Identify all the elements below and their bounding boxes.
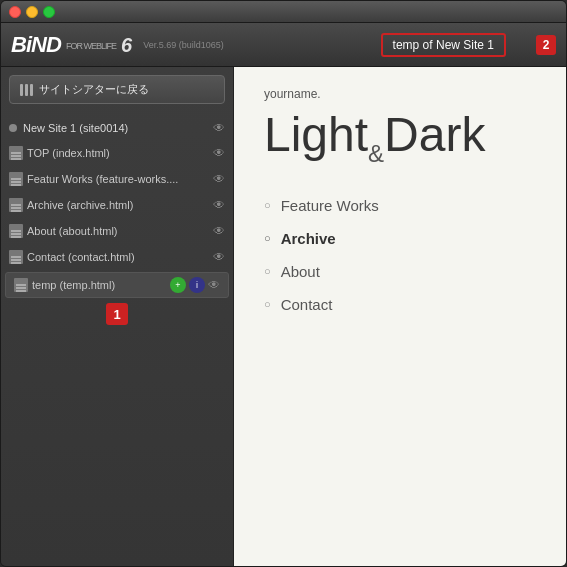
page-icon [9, 172, 23, 186]
titlebar [1, 1, 566, 23]
subdomain-text: yourname. [264, 87, 321, 101]
page-icon [9, 146, 23, 160]
title-part2: Dark [384, 108, 485, 161]
temp-page-label: temp (temp.html) [32, 279, 115, 291]
bars-icon [20, 84, 33, 96]
page-icon [9, 250, 23, 264]
maximize-button[interactable] [43, 6, 55, 18]
eye-icon[interactable]: 👁 [213, 224, 225, 238]
site-root-item[interactable]: New Site 1 (site0014) 👁 [1, 116, 233, 140]
preview-title: Light&Dark [264, 109, 536, 167]
step-badge-1: 1 [106, 303, 128, 325]
app-header: BiND FOR WEBLIFE 6 Ver.5.69 (build1065) … [1, 23, 566, 67]
app-logo: BiND FOR WEBLIFE 6 [11, 32, 131, 58]
logo-version: 6 [121, 34, 131, 56]
nav-item-contact[interactable]: Contact [264, 296, 536, 313]
page-label: Contact (contact.html) [27, 251, 135, 263]
eye-icon[interactable]: 👁 [213, 250, 225, 264]
eye-icon[interactable]: 👁 [213, 172, 225, 186]
preview-subdomain: yourname. [264, 87, 536, 101]
preview-nav: Feature Works Archive About Contact [264, 197, 536, 313]
list-item[interactable]: Contact (contact.html) 👁 [1, 244, 233, 270]
page-icon [9, 198, 23, 212]
site-dot-indicator [9, 124, 17, 132]
app-window: BiND FOR WEBLIFE 6 Ver.5.69 (build1065) … [0, 0, 567, 567]
eye-icon[interactable]: 👁 [213, 198, 225, 212]
close-button[interactable] [9, 6, 21, 18]
eye-icon-temp[interactable]: 👁 [208, 278, 220, 292]
page-label: Archive (archive.html) [27, 199, 133, 211]
page-label: TOP (index.html) [27, 147, 110, 159]
green-action-icon[interactable]: + [170, 277, 186, 293]
page-icon [9, 224, 23, 238]
preview-content: yourname. Light&Dark Feature Works Archi… [234, 67, 566, 566]
logo-bind-text: BiND [11, 32, 61, 57]
page-icon-temp [14, 278, 28, 292]
traffic-lights [9, 6, 55, 18]
logo-for: FOR WEBLIFE [66, 41, 116, 51]
nav-item-about[interactable]: About [264, 263, 536, 280]
page-label: About (about.html) [27, 225, 118, 237]
eye-icon[interactable]: 👁 [213, 146, 225, 160]
tab-label[interactable]: temp of New Site 1 [381, 33, 506, 57]
minimize-button[interactable] [26, 6, 38, 18]
site-root-label: New Site 1 (site0014) [23, 122, 128, 134]
eye-icon-root[interactable]: 👁 [213, 121, 225, 135]
nav-item-feature-works[interactable]: Feature Works [264, 197, 536, 214]
step-badge-2: 2 [536, 35, 556, 55]
list-item[interactable]: TOP (index.html) 👁 [1, 140, 233, 166]
sidebar: サイトシアターに戻る New Site 1 (site0014) 👁 TOP (… [1, 67, 234, 566]
blue-action-icon[interactable]: i [189, 277, 205, 293]
list-item[interactable]: About (about.html) 👁 [1, 218, 233, 244]
list-item[interactable]: Featur Works (feature-works.... 👁 [1, 166, 233, 192]
page-label: Featur Works (feature-works.... [27, 173, 178, 185]
list-item[interactable]: Archive (archive.html) 👁 [1, 192, 233, 218]
temp-page-item[interactable]: temp (temp.html) + i 👁 1 [5, 272, 229, 298]
action-icons: + i 👁 [170, 277, 220, 293]
main-content: サイトシアターに戻る New Site 1 (site0014) 👁 TOP (… [1, 67, 566, 566]
site-list: New Site 1 (site0014) 👁 TOP (index.html)… [1, 112, 233, 566]
back-button-label: サイトシアターに戻る [39, 82, 149, 97]
preview-pane: yourname. Light&Dark Feature Works Archi… [234, 67, 566, 566]
app-version: Ver.5.69 (build1065) [143, 40, 224, 50]
nav-item-archive[interactable]: Archive [264, 230, 536, 247]
title-part1: Light [264, 108, 368, 161]
back-button[interactable]: サイトシアターに戻る [9, 75, 225, 104]
